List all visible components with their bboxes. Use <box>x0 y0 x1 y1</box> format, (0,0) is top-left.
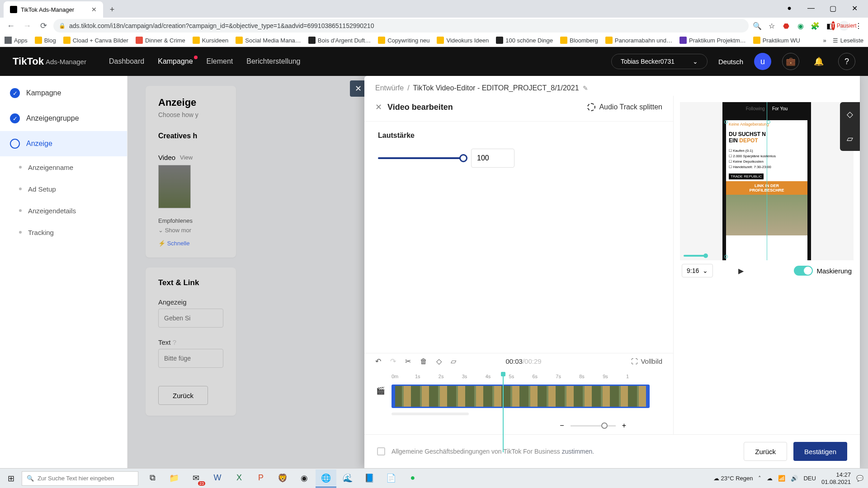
bookmark-item[interactable]: 100 schöne Dinge <box>496 37 553 44</box>
close-window-icon[interactable]: ✕ <box>844 1 864 15</box>
volume-slider[interactable] <box>378 157 464 159</box>
extensions-icon[interactable]: 🧩 <box>810 21 820 31</box>
bookmark-item[interactable]: Copywriting neu <box>378 37 429 44</box>
sidebar-item-kampagne[interactable]: ✓Kampagne <box>0 80 127 106</box>
nav-berichterstellung[interactable]: Berichterstellung <box>246 57 300 66</box>
agb-link[interactable]: zustimmen. <box>562 448 594 455</box>
bookmark-item[interactable]: Dinner & Crime <box>136 37 185 44</box>
bookmark-item[interactable]: Praktikum Projektm… <box>679 37 746 44</box>
bookmark-item[interactable]: Bois d'Argent Duft… <box>308 37 371 44</box>
breadcrumb-root[interactable]: Entwürfe <box>375 84 404 92</box>
bookmark-item[interactable]: Cload + Canva Bilder <box>63 37 128 44</box>
app-brave-icon[interactable]: 🦁 <box>272 469 293 488</box>
ext1-icon[interactable]: ⬣ <box>781 21 791 31</box>
browser-tab[interactable]: TikTok Ads-Manager ✕ <box>4 1 103 18</box>
bookmark-item[interactable]: Videokurs Ideen <box>437 37 489 44</box>
sidebar-sub-anzeigendetails[interactable]: Anzeigendetails <box>0 200 127 221</box>
help-icon[interactable]: ? <box>838 53 855 70</box>
ext2-icon[interactable]: ◉ <box>796 21 806 31</box>
aspect-select[interactable]: 9:16⌄ <box>682 264 713 277</box>
profile-dot-icon[interactable]: ● <box>779 1 799 15</box>
zoom-slider[interactable] <box>571 425 616 427</box>
volume-icon[interactable]: 🔊 <box>791 475 798 482</box>
app-excel-icon[interactable]: X <box>229 469 250 488</box>
agb-checkbox[interactable] <box>377 447 385 455</box>
briefcase-icon[interactable]: 💼 <box>782 53 799 70</box>
video-clip[interactable] <box>392 385 650 408</box>
app-notes-icon[interactable]: 📘 <box>359 469 380 488</box>
volume-input[interactable] <box>471 149 514 168</box>
mask-toggle[interactable] <box>794 266 813 276</box>
nav-dashboard[interactable]: Dashboard <box>109 57 144 66</box>
undo-icon[interactable]: ↶ <box>375 357 381 366</box>
back-icon[interactable]: ← <box>5 21 17 31</box>
app-ppt-icon[interactable]: P <box>250 469 271 488</box>
language-select[interactable]: Deutsch <box>718 58 743 66</box>
sidebar-sub-adsetup[interactable]: Ad Setup <box>0 178 127 200</box>
tab-close-icon[interactable]: ✕ <box>91 6 97 13</box>
app-chrome-icon[interactable]: 🌐 <box>316 469 336 488</box>
timeline[interactable]: 🎬 0m1s2s3s4s5s6s7s8s9s1 − + <box>364 369 673 434</box>
timeline-scrollbar[interactable] <box>392 413 469 415</box>
bookmark-item[interactable]: Kursideen <box>193 37 229 44</box>
app-explorer-icon[interactable]: 📁 <box>164 469 184 488</box>
maximize-icon[interactable]: ▢ <box>823 1 843 15</box>
sidebar-sub-anzeigenname[interactable]: Anzeigenname <box>0 156 127 178</box>
bookmark-item[interactable]: Blog <box>35 37 56 44</box>
app-taskview-icon[interactable]: ⧉ <box>142 469 163 488</box>
profile-pill[interactable]: T Pausiert <box>839 21 849 31</box>
back-button[interactable]: Zurück <box>744 442 787 461</box>
sidebar-item-anzeigengruppe[interactable]: ✓Anzeigengruppe <box>0 106 127 131</box>
crop-tool-icon[interactable]: ▱ <box>840 127 860 151</box>
play-button[interactable]: ▶ <box>738 267 748 275</box>
fullscreen-button[interactable]: ⛶ Vollbild <box>631 357 662 365</box>
star-icon[interactable]: ☆ <box>767 21 777 31</box>
reload-icon[interactable]: ⟳ <box>37 21 50 31</box>
bookmarks-overflow-icon[interactable]: » <box>823 37 826 44</box>
bookmark-item[interactable]: Panoramabahn und… <box>605 37 672 44</box>
sidebar-sub-tracking[interactable]: Tracking <box>0 221 127 243</box>
nav-kampagne[interactable]: Kampagne <box>158 57 193 66</box>
notifications-icon[interactable]: 💬 <box>856 475 863 482</box>
bookmark-item[interactable]: Social Media Mana… <box>236 37 301 44</box>
delete-icon[interactable]: 🗑 <box>420 357 427 366</box>
logo[interactable]: TikTok Ads-Manager <box>13 56 86 67</box>
nav-element[interactable]: Element <box>207 57 233 66</box>
redo-icon[interactable]: ↷ <box>390 357 396 366</box>
app-notepad-icon[interactable]: 📄 <box>381 469 401 488</box>
bookmark-item[interactable]: Praktikum WU <box>753 37 800 44</box>
app-mail-icon[interactable]: ✉23 <box>185 469 206 488</box>
taskbar-search[interactable]: 🔍 Zur Suche Text hier eingeben <box>22 471 138 486</box>
user-select[interactable]: Tobias Becker0731 ⌄ <box>611 54 708 69</box>
eraser-tool-icon[interactable]: ◇ <box>840 102 860 127</box>
zoom-out-icon[interactable]: − <box>560 422 564 430</box>
start-button[interactable]: ⊞ <box>0 474 22 483</box>
slider-handle[interactable] <box>459 154 467 162</box>
cut-icon[interactable]: ✂ <box>405 357 411 366</box>
eraser-icon[interactable]: ◇ <box>436 357 442 366</box>
crop-icon[interactable]: ▱ <box>451 357 456 366</box>
bookmark-item[interactable]: Bloomberg <box>560 37 598 44</box>
app-edge-icon[interactable]: 🌊 <box>337 469 358 488</box>
modal-close-button[interactable]: ✕ <box>350 80 366 97</box>
weather-widget[interactable]: ☁ 23°C Regen <box>713 475 753 482</box>
zoom-in-icon[interactable]: + <box>622 422 626 430</box>
clock[interactable]: 14:27 01.08.2021 <box>821 471 851 485</box>
forward-icon[interactable]: → <box>21 21 33 31</box>
user-avatar[interactable]: u <box>754 53 771 70</box>
edit-name-icon[interactable]: ✎ <box>583 84 588 92</box>
tray-chevron-icon[interactable]: ˄ <box>758 475 761 482</box>
preview-opacity-slider[interactable] <box>684 255 706 257</box>
confirm-button[interactable]: Bestätigen <box>793 442 847 461</box>
lang-indicator[interactable]: DEU <box>803 475 816 482</box>
apps-button[interactable]: Apps <box>5 37 28 44</box>
bell-icon[interactable]: 🔔 <box>810 53 827 70</box>
address-bar[interactable]: 🔒 ads.tiktok.com/i18n/campaign/ad/creati… <box>53 19 749 33</box>
wifi-icon[interactable]: 📶 <box>778 475 785 482</box>
onedrive-icon[interactable]: ☁ <box>767 475 773 482</box>
minimize-icon[interactable]: — <box>801 1 821 15</box>
reading-list[interactable]: ☰Leseliste <box>833 37 863 44</box>
audio-split-button[interactable]: Audio Track splitten <box>587 103 662 111</box>
new-tab-button[interactable]: + <box>106 3 118 16</box>
playhead[interactable] <box>503 373 504 452</box>
